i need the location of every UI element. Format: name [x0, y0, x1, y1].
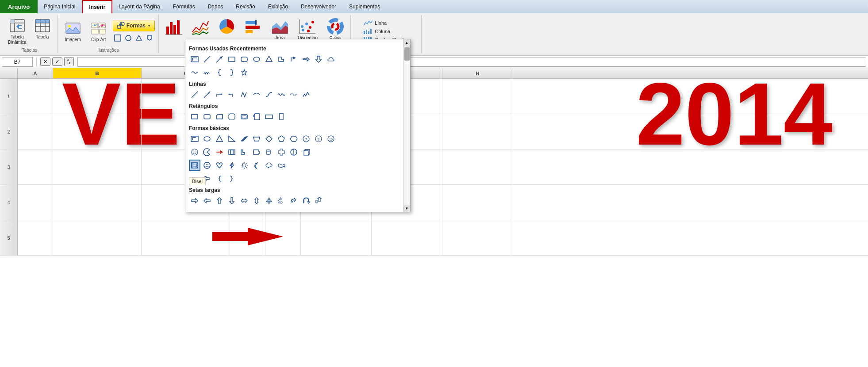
rect-wide[interactable] — [263, 111, 275, 122]
basic-3dbox[interactable] — [300, 146, 312, 158]
line-cloud-line[interactable] — [288, 89, 300, 100]
confirm-formula-button[interactable]: ✓ — [52, 57, 62, 66]
cell-B3[interactable] — [53, 149, 142, 184]
line-curved[interactable] — [251, 89, 262, 100]
basic-num7[interactable]: 7 — [300, 133, 312, 145]
arrow-right-large[interactable] — [189, 195, 200, 206]
mini-linha-btn[interactable]: Linha — [362, 19, 388, 27]
shape-wave2[interactable] — [201, 67, 213, 78]
row-num-2[interactable]: 2 — [0, 114, 17, 149]
cell-A3[interactable] — [18, 149, 53, 184]
cell-B2[interactable] — [53, 114, 142, 149]
shape-arc[interactable] — [189, 173, 200, 184]
insert-function-button[interactable]: fx — [64, 57, 74, 66]
shape-sun[interactable] — [238, 160, 250, 171]
shape-right-angle[interactable] — [276, 54, 287, 65]
tab-formulas[interactable]: Fórmulas — [167, 0, 202, 13]
arrow-cross-large[interactable] — [263, 195, 275, 206]
basic-num12[interactable]: 12 — [189, 146, 200, 158]
rect-snipped[interactable] — [214, 111, 225, 122]
shape-brace-left[interactable] — [214, 67, 225, 78]
cancel-formula-button[interactable]: ✕ — [40, 57, 50, 66]
cell-A1[interactable] — [18, 79, 53, 114]
shape-corner-arrow[interactable] — [288, 54, 300, 65]
shape-rect[interactable] — [226, 54, 238, 65]
shape-chevron-bracket[interactable] — [201, 173, 213, 184]
basic-arrow-placeholder[interactable] — [214, 146, 225, 158]
cell-G5[interactable] — [372, 220, 442, 255]
chart-area-btn[interactable]: Área — [269, 16, 292, 42]
arrow-down-large[interactable] — [226, 195, 238, 206]
shape-moon[interactable] — [251, 160, 262, 171]
rect-tall[interactable] — [276, 111, 287, 122]
shape-star5[interactable] — [238, 67, 250, 78]
row-num-3[interactable]: 3 — [0, 149, 17, 185]
scrollbar-down-button[interactable]: ▼ — [403, 205, 410, 212]
shape-speech-cloud[interactable] — [263, 160, 275, 171]
shape-smiley[interactable] — [201, 160, 213, 171]
tab-exibicao[interactable]: Exibição — [262, 0, 295, 13]
tab-inserir[interactable]: Inserir — [82, 0, 113, 13]
cell-B4[interactable] — [53, 185, 142, 220]
line-freeform[interactable] — [300, 89, 312, 100]
row-num-5[interactable]: 5 — [0, 220, 17, 256]
name-box[interactable] — [2, 57, 33, 67]
shape-cloud[interactable] — [325, 54, 337, 65]
chart-dispersao-btn[interactable]: Dispersão — [295, 16, 320, 42]
shape-line-diag1[interactable] — [201, 54, 213, 65]
shape-triangle[interactable] — [263, 54, 275, 65]
line-straight[interactable] — [189, 89, 200, 100]
chart-linha-btn[interactable] — [189, 16, 212, 37]
rect-rounded[interactable] — [201, 111, 213, 122]
basic-textbox[interactable] — [189, 133, 200, 145]
cell-C5[interactable] — [142, 220, 230, 255]
tab-revisao[interactable]: Revisão — [230, 0, 261, 13]
basic-triangle[interactable] — [214, 133, 225, 145]
basic-oval[interactable] — [201, 133, 213, 145]
col-header-A[interactable]: A — [18, 68, 53, 78]
basic-l-shape[interactable] — [238, 146, 250, 158]
shape-oval[interactable] — [251, 54, 262, 65]
line-zigzag[interactable] — [238, 89, 250, 100]
shape-line-arrow[interactable] — [214, 54, 225, 65]
mini-coluna-btn[interactable]: Coluna — [362, 28, 392, 35]
shape-bisel[interactable] — [189, 160, 200, 171]
shape-brace3[interactable] — [226, 173, 238, 184]
shape-brace-right[interactable] — [226, 67, 238, 78]
basic-para2[interactable] — [226, 146, 238, 158]
basic-trapezoid[interactable] — [251, 133, 262, 145]
basic-pentagon[interactable] — [276, 133, 287, 145]
chart-barra-btn[interactable] — [242, 16, 265, 37]
tab-layout-pagina[interactable]: Layout da Página — [112, 0, 166, 13]
cell-H5[interactable] — [442, 220, 513, 255]
shape-down-arrow[interactable] — [313, 54, 324, 65]
arrow-bent[interactable] — [313, 195, 324, 206]
tab-suplementos[interactable]: Suplementos — [343, 0, 387, 13]
imagem-button[interactable]: Imagem — [61, 19, 84, 44]
line-s-curve[interactable] — [263, 89, 275, 100]
scrollbar-thumb[interactable] — [404, 47, 410, 61]
cell-E5[interactable] — [265, 220, 301, 255]
shape-quick-2[interactable] — [123, 33, 133, 43]
cell-B1[interactable] — [53, 79, 142, 114]
shape-lightning[interactable] — [226, 160, 238, 171]
chart-coluna-btn[interactable] — [162, 16, 185, 37]
shape-heart[interactable] — [214, 160, 225, 171]
shape-quick-4[interactable] — [145, 33, 154, 43]
clip-art-button[interactable]: Clip-Art — [87, 19, 110, 44]
rect-plain[interactable] — [189, 111, 200, 122]
row-num-4[interactable]: 4 — [0, 185, 17, 220]
cell-A5[interactable] — [18, 220, 53, 255]
cell-A2[interactable] — [18, 114, 53, 149]
basic-diamond[interactable] — [263, 133, 275, 145]
arrow-up-large[interactable] — [214, 195, 225, 206]
cell-H2[interactable] — [442, 114, 513, 149]
tabela-dinamica-button[interactable]: Tabela Dinâmica — [5, 16, 29, 47]
col-header-B[interactable]: B — [53, 68, 142, 78]
cell-D5[interactable] — [230, 220, 265, 255]
rect-double-rounded[interactable] — [238, 111, 250, 122]
shape-textbox[interactable] — [189, 54, 200, 65]
basic-pacman[interactable] — [201, 146, 213, 158]
basic-pencil[interactable] — [263, 146, 275, 158]
rect-octagon[interactable] — [226, 111, 238, 122]
